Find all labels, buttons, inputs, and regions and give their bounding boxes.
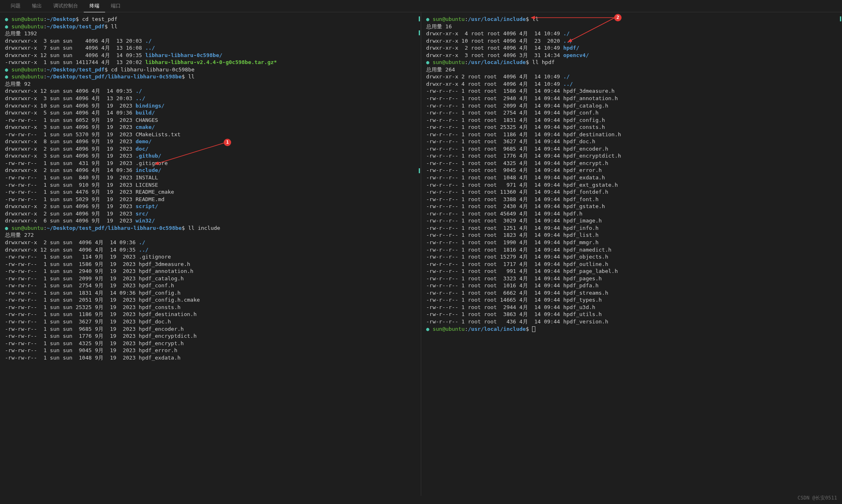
- terminal-line: ● sun@ubuntu:/usr/local/include$ ll hpdf: [426, 59, 837, 66]
- terminal-line: -rw-r--r-- 1 root root 3627 4月 14 09:44 …: [426, 138, 837, 145]
- terminal-pane-left[interactable]: 1 ● sun@ubuntu:~/Desktop$ cd test_pdf● s…: [0, 12, 421, 496]
- file-name: hpdf_encryptdict.h: [563, 153, 621, 159]
- file-meta: -rw-r--r-- 1 root root 15279 4月 14 09:44: [426, 254, 563, 260]
- terminal-line: -rw-r--r-- 1 root root 2944 4月 14 09:44 …: [426, 304, 837, 311]
- file-meta: drwxr-xr-x 4 root root 4096 4月 14 10:49: [426, 30, 563, 37]
- file-meta: -rw-r--r-- 1 root root 1186 4月 14 09:44: [426, 131, 563, 137]
- terminal-line: -rw-rw-r-- 1 sun sun 9685 9月 19 2023 hpd…: [5, 325, 416, 333]
- file-meta: -rw-rw-r-- 1 sun sun 2099 9月 19 2023: [5, 275, 139, 282]
- file-meta: drwxrwxr-x 2 sun sun 4096 9月 19 2023: [5, 211, 135, 217]
- file-name: hpdf_namedict.h: [563, 247, 611, 253]
- file-name: hpdf_version.h: [563, 318, 608, 325]
- prompt-user: sun@ubuntu: [433, 326, 465, 332]
- prompt-bullet-icon: ●: [5, 73, 11, 80]
- terminal-pane-right[interactable]: 2 ● sun@ubuntu:/usr/local/include$ ll总用量…: [421, 12, 842, 496]
- file-name: hpdf_annotation.h: [139, 268, 193, 274]
- terminal-line: drwxr-xr-x 2 root root 4096 4月 14 10:49 …: [426, 44, 837, 52]
- file-meta: -rw-rw-r-- 1 sun sun 9045 9月 19 2023: [5, 347, 139, 353]
- prompt-user: sun@ubuntu: [433, 59, 465, 65]
- scroll-indicator: [419, 30, 420, 35]
- file-name: hpdf_fontdef.h: [563, 189, 608, 195]
- file-name: hpdf_list.h: [563, 232, 599, 238]
- terminal-line: ● sun@ubuntu:~/Desktop/test_pdf$ ll: [5, 23, 416, 30]
- file-meta: -rw-r--r-- 1 root root 1823 4月 14 09:44: [426, 232, 563, 238]
- file-meta: drwxrwxr-x 12 sun sun 4096 4月 14 09:35: [5, 52, 145, 58]
- file-meta: -rw-rw-r-- 1 sun sun 9685 9月 19 2023: [5, 326, 139, 332]
- annotation-marker-1: 1: [224, 139, 231, 146]
- file-meta: -rw-r--r-- 1 root root 9045 4月 14 09:44: [426, 167, 563, 173]
- prompt-user: sun@ubuntu: [433, 16, 465, 22]
- file-name: LICENSE: [135, 182, 158, 188]
- terminal-line: -rw-r--r-- 1 root root 1823 4月 14 09:44 …: [426, 231, 837, 239]
- file-name: .gitignore: [135, 160, 167, 166]
- terminal-line: -rw-r--r-- 1 root root 2940 4月 14 09:44 …: [426, 95, 837, 102]
- tab-1[interactable]: 输出: [26, 0, 48, 12]
- terminal-line: ● sun@ubuntu:/usr/local/include$ ll: [426, 16, 837, 23]
- file-name: README_cmake: [135, 189, 174, 195]
- file-meta: -rw-r--r-- 1 root root 3388 4月 14 09:44: [426, 196, 563, 202]
- prompt-command: cd test_pdf: [82, 16, 117, 22]
- file-name: hpdf_exdata.h: [563, 174, 605, 181]
- prompt-bullet-icon: ●: [5, 23, 11, 30]
- terminal-line: drwxrwxr-x 10 sun sun 4096 9月 19 2023 bi…: [5, 102, 416, 110]
- file-name: ../: [145, 45, 155, 51]
- terminal-line: -rw-r--r-- 1 root root 1251 4月 14 09:44 …: [426, 225, 837, 232]
- file-meta: drwxrwxr-x 3 sun sun 4096 4月 13 20:03: [5, 95, 135, 101]
- file-meta: -rwxrwxr-x 1 sun sun 1411744 4月 13 20:02: [5, 59, 145, 65]
- file-meta: -rw-r--r-- 1 root root 3323 4月 14 09:44: [426, 275, 563, 282]
- prompt-command: ll hpdf: [532, 59, 555, 65]
- scroll-indicator: [419, 16, 420, 21]
- file-name: hpdf_pdfa.h: [563, 282, 599, 289]
- file-name: src/: [135, 211, 148, 217]
- terminal-line: ● sun@ubuntu:/usr/local/include$: [426, 325, 837, 333]
- file-name: hpdf_types.h: [563, 297, 602, 303]
- file-meta: -rw-rw-r-- 1 sun sun 114 9月 19 2023: [5, 254, 139, 260]
- tab-4[interactable]: 端口: [105, 0, 126, 12]
- file-meta: -rw-r--r-- 1 root root 14665 4月 14 09:44: [426, 297, 563, 303]
- file-name: hpdf_doc.h: [563, 138, 595, 144]
- terminal-line: -rw-r--r-- 1 root root 2430 4月 14 09:44 …: [426, 203, 837, 210]
- file-name: ./: [563, 73, 570, 80]
- terminal-line: ● sun@ubuntu:~/Desktop/test_pdf/libharu-…: [5, 225, 416, 232]
- terminal-line: drwxrwxr-x 8 sun sun 4096 9月 19 2023 dem…: [5, 138, 416, 145]
- file-meta: -rw-r--r-- 1 root root 2099 4月 14 09:44: [426, 103, 563, 109]
- file-name: hpdf_doc.h: [139, 318, 171, 325]
- terminal-line: -rw-rw-r-- 1 sun sun 431 9月 19 2023 .git…: [5, 160, 416, 167]
- file-name: .github/: [135, 153, 161, 159]
- file-name: hpdf_error.h: [139, 347, 177, 353]
- terminal-line: -rw-r--r-- 1 root root 1776 4月 14 09:44 …: [426, 152, 837, 160]
- tab-0[interactable]: 问题: [5, 0, 26, 12]
- terminal-line: -rw-r--r-- 1 root root 991 4月 14 09:44 h…: [426, 268, 837, 275]
- file-name: hpdf_info.h: [563, 225, 599, 231]
- prompt-user: sun@ubuntu: [11, 225, 44, 231]
- file-name: README.md: [135, 196, 164, 202]
- terminal-line: -rw-r--r-- 1 root root 11360 4月 14 09:44…: [426, 188, 837, 196]
- terminal-line: drwxrwxr-x 12 sun sun 4096 4月 14 09:35 l…: [5, 52, 416, 59]
- terminal-line: -rw-r--r-- 1 root root 14665 4月 14 09:44…: [426, 296, 837, 304]
- terminal-line: drwxrwxr-x 2 sun sun 4096 9月 19 2023 doc…: [5, 145, 416, 153]
- prompt-command: ll include: [188, 225, 220, 231]
- file-meta: drwxr-xr-x 10 root root 4096 4月 23 2020: [426, 38, 563, 44]
- file-meta: -rw-rw-r-- 1 sun sun 25325 9月 19 2023: [5, 304, 139, 310]
- file-meta: -rw-r--r-- 1 root root 2430 4月 14 09:44: [426, 203, 563, 209]
- file-name: CHANGES: [135, 117, 158, 123]
- prompt-bullet-icon: ●: [426, 16, 433, 22]
- terminal-line: drwxr-xr-x 3 root root 4096 3月 31 14:34 …: [426, 52, 837, 59]
- terminal-line: -rw-r--r-- 1 root root 45649 4月 14 09:44…: [426, 210, 837, 218]
- terminal-line: 总用量 92: [5, 80, 416, 88]
- file-name: hpdf_conf.h: [563, 110, 599, 116]
- file-name: hpdf_catalog.h: [563, 103, 608, 109]
- tab-3[interactable]: 终端: [84, 0, 105, 12]
- file-name: hpdf_config.h: [563, 117, 605, 123]
- prompt-path: ~/Desktop: [47, 16, 76, 22]
- tab-2[interactable]: 调试控制台: [48, 0, 84, 12]
- prompt-command: cd libharu-libharu-0c598be: [111, 66, 195, 73]
- file-name: hpdf_u3d.h: [563, 304, 595, 310]
- terminal-line: drwxrwxr-x 2 sun sun 4096 9月 19 2023 src…: [5, 210, 416, 218]
- file-name: hpdf_conf.h: [139, 282, 174, 289]
- prompt-bullet-icon: ●: [426, 326, 433, 332]
- file-name: INSTALL: [135, 174, 158, 181]
- prompt-user: sun@ubuntu: [11, 66, 44, 73]
- file-name: hpdf_font.h: [563, 196, 599, 202]
- file-meta: -rw-r--r-- 1 root root 2940 4月 14 09:44: [426, 95, 563, 101]
